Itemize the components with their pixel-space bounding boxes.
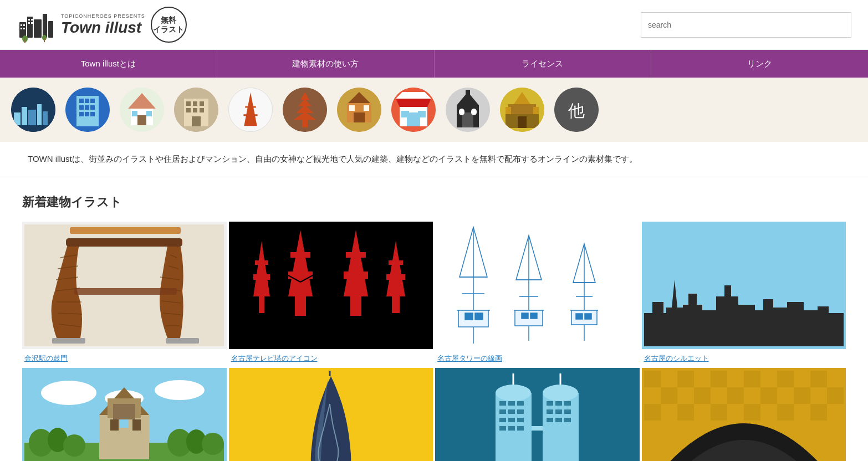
svg-rect-44 xyxy=(193,101,197,106)
svg-rect-71 xyxy=(405,99,408,107)
svg-rect-2 xyxy=(34,19,42,38)
svg-rect-131 xyxy=(389,260,403,265)
category-temple[interactable] xyxy=(337,88,381,132)
svg-rect-80 xyxy=(466,90,470,100)
grid-item-kanazawa[interactable]: 金沢駅の鼓門 xyxy=(22,222,227,366)
nav-item-usage[interactable]: 建物素材の使い方 xyxy=(217,50,435,78)
svg-rect-59 xyxy=(302,120,308,127)
svg-rect-39 xyxy=(132,111,137,116)
grid-item-skyscraper[interactable] xyxy=(229,368,433,461)
grid-item-nagoya-line[interactable]: 名古屋タワーの線画 xyxy=(435,222,640,366)
grid-item-nagoya-silhouette[interactable]: 名古屋のシルエット xyxy=(642,222,846,366)
svg-rect-7 xyxy=(21,28,22,29)
svg-rect-111 xyxy=(74,288,177,295)
svg-rect-30 xyxy=(85,105,89,110)
svg-rect-149 xyxy=(522,313,528,319)
svg-rect-224 xyxy=(555,418,562,422)
svg-rect-18 xyxy=(14,112,21,126)
svg-text:他: 他 xyxy=(568,101,585,120)
svg-rect-150 xyxy=(530,313,537,319)
svg-rect-212 xyxy=(508,418,515,422)
svg-rect-49 xyxy=(192,116,201,126)
category-other[interactable]: 他 xyxy=(554,88,599,132)
svg-rect-208 xyxy=(499,409,506,414)
svg-rect-72 xyxy=(412,99,415,107)
logo-main-text: Town illust xyxy=(61,19,145,37)
svg-point-202 xyxy=(543,385,578,401)
svg-rect-241 xyxy=(677,404,694,421)
svg-rect-169 xyxy=(738,305,755,346)
svg-rect-46 xyxy=(186,108,191,112)
category-church[interactable] xyxy=(446,88,490,132)
svg-point-179 xyxy=(41,381,96,405)
svg-rect-140 xyxy=(458,310,488,327)
svg-rect-81 xyxy=(462,112,473,127)
svg-rect-127 xyxy=(346,252,366,258)
category-shop[interactable] xyxy=(391,88,436,132)
logo-badge: 無料 イラスト xyxy=(151,7,187,43)
svg-rect-217 xyxy=(547,401,553,406)
svg-rect-22 xyxy=(43,111,48,126)
svg-rect-11 xyxy=(28,22,30,24)
svg-rect-242 xyxy=(711,404,727,421)
grid-item-twin-tower[interactable] xyxy=(435,368,640,461)
svg-point-180 xyxy=(155,380,205,400)
category-cityscape[interactable] xyxy=(11,88,55,132)
svg-rect-109 xyxy=(52,338,85,344)
svg-rect-238 xyxy=(794,387,810,404)
svg-rect-239 xyxy=(827,387,844,404)
svg-rect-244 xyxy=(777,404,794,421)
svg-rect-3 xyxy=(43,14,47,38)
nagoya-line-label: 名古屋タワーの線画 xyxy=(435,349,640,366)
svg-rect-168 xyxy=(724,285,731,346)
category-hotel[interactable] xyxy=(174,88,218,132)
svg-rect-115 xyxy=(255,260,268,265)
svg-rect-141 xyxy=(465,313,473,320)
svg-rect-173 xyxy=(787,302,804,346)
svg-rect-73 xyxy=(420,99,422,107)
svg-rect-21 xyxy=(37,104,42,126)
svg-rect-233 xyxy=(810,371,827,387)
category-pagoda[interactable] xyxy=(283,88,327,132)
svg-rect-234 xyxy=(661,387,677,404)
svg-rect-75 xyxy=(401,111,409,117)
svg-rect-245 xyxy=(810,404,827,421)
logo-area: TOPICONHEROES PRESENTS Town illust 無料 イラ… xyxy=(17,6,187,44)
nav-item-license[interactable]: ライセンス xyxy=(435,50,652,78)
nav-item-about[interactable]: Town illustとは xyxy=(0,50,217,78)
svg-rect-177 xyxy=(693,302,696,346)
grid-item-osaka[interactable] xyxy=(22,368,227,461)
svg-rect-228 xyxy=(644,371,661,387)
category-tower[interactable] xyxy=(228,88,273,132)
svg-rect-14 xyxy=(24,39,25,43)
svg-rect-148 xyxy=(515,310,543,326)
svg-rect-89 xyxy=(533,107,539,114)
logo-presents-text: TOPICONHEROES PRESENTS xyxy=(61,13,145,19)
svg-rect-43 xyxy=(186,101,191,106)
svg-rect-40 xyxy=(146,111,152,116)
search-input[interactable] xyxy=(641,12,851,38)
kanazawa-label: 金沢駅の鼓門 xyxy=(22,349,227,366)
svg-rect-192 xyxy=(120,419,129,428)
svg-rect-237 xyxy=(760,387,777,404)
svg-rect-23 xyxy=(11,125,55,132)
nav-item-links[interactable]: リンク xyxy=(651,50,868,78)
svg-rect-132 xyxy=(386,274,405,280)
category-house[interactable] xyxy=(120,88,164,132)
svg-rect-236 xyxy=(727,387,744,404)
grid-item-arch[interactable] xyxy=(642,368,846,461)
svg-rect-117 xyxy=(259,296,264,313)
svg-rect-156 xyxy=(571,310,597,325)
svg-rect-88 xyxy=(506,107,511,114)
svg-rect-223 xyxy=(547,418,553,422)
grid-item-nagoya-icon[interactable]: 名古屋テレビ塔のアイコン xyxy=(229,222,433,366)
svg-rect-162 xyxy=(666,308,683,346)
svg-rect-229 xyxy=(677,371,694,387)
svg-rect-16 xyxy=(44,38,45,42)
svg-rect-110 xyxy=(166,338,199,344)
category-modern-building[interactable] xyxy=(65,88,110,132)
arch-image xyxy=(642,368,846,461)
svg-rect-209 xyxy=(508,409,515,414)
svg-rect-231 xyxy=(744,371,760,387)
category-castle[interactable] xyxy=(500,88,544,132)
